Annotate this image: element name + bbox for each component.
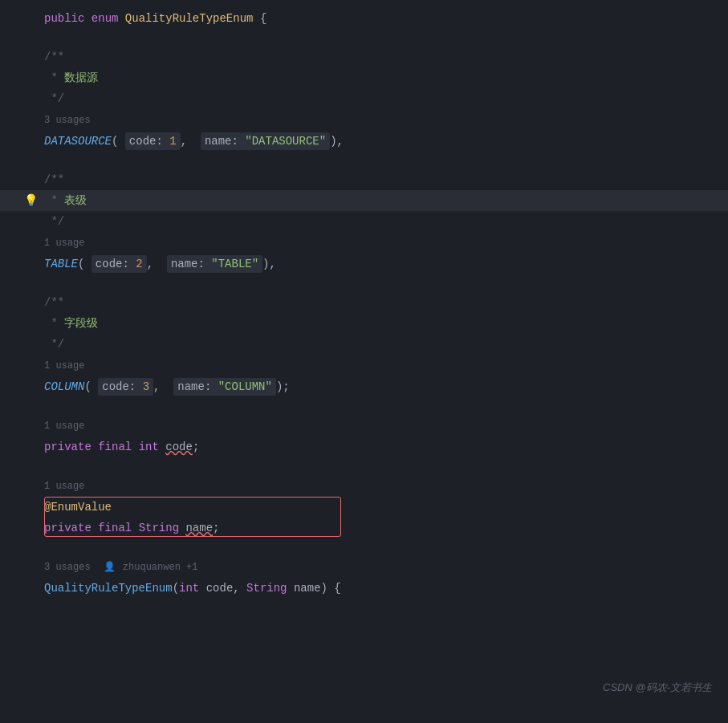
comment-chinese-datasource: * 数据源 (0, 69, 728, 87)
field-name: private final String name; (0, 519, 728, 537)
comment-close-2: */ (0, 213, 728, 230)
field-code: private final int code; (0, 438, 728, 456)
enum-column: COLUMN( code: 3, name: "COLUMN"); (0, 378, 728, 396)
red-box-container: @EnumValue private final String name; (0, 497, 728, 538)
code-line-comment3-end: */ (0, 334, 728, 355)
code-line-comment2-end: */ (0, 211, 728, 232)
usage-count-code: 1 usage (0, 416, 728, 435)
usage-count-table: 1 usage (0, 234, 728, 252)
code-line-column: COLUMN( code: 3, name: "COLUMN"); (0, 376, 728, 397)
comment-open: /** (0, 48, 728, 66)
code-line-blank-5 (0, 457, 728, 475)
code-line-datasource: DATASOURCE( code: 1, name: "DATASOURCE")… (0, 131, 728, 152)
code-line-usage-column: 1 usage (0, 355, 728, 376)
code-line-comment1-text: * 数据源 (0, 67, 728, 88)
code-line-usage-constructor: 3 usages 👤 zhuquanwen +1 (0, 556, 728, 578)
code-line-usage-datasource: 3 usages (0, 109, 728, 131)
comment-chinese-table: * 表级 (0, 192, 728, 209)
code-line-comment2-text: 💡 * 表级 (0, 190, 728, 211)
line-text: public enum QualityRuleTypeEnum { (0, 10, 728, 27)
code-line-comment3-start: /** (0, 292, 728, 313)
code-line-blank-4 (0, 397, 728, 415)
usage-count-constructor: 3 usages 👤 zhuquanwen +1 (0, 558, 728, 576)
enum-datasource: DATASOURCE( code: 1, name: "DATASOURCE")… (0, 132, 728, 150)
annotation-enumvalue: @EnumValue (0, 498, 728, 516)
code-line-blank-2 (0, 152, 728, 169)
watermark: CSDN @码农-文若书生 (603, 680, 712, 695)
code-line-constructor: QualityRuleTypeEnum(int code, String nam… (0, 578, 728, 599)
code-line-comment1-end: */ (0, 88, 728, 109)
code-line-code-field: private final int code; (0, 437, 728, 457)
comment-close-3: */ (0, 335, 728, 353)
code-line-1: public enum QualityRuleTypeEnum { (0, 8, 728, 29)
enum-table: TABLE( code: 2, name: "TABLE"), (0, 255, 728, 273)
comment-close-1: */ (0, 90, 728, 108)
usage-count-name: 1 usage (0, 477, 728, 495)
comment-chinese-column: * 字段级 (0, 315, 728, 332)
constructor-decl: QualityRuleTypeEnum(int code, String nam… (0, 579, 728, 597)
code-line-usage-name: 1 usage (0, 475, 728, 497)
code-line-comment2-start: /** (0, 169, 728, 190)
code-line-comment1-start: /** (0, 47, 728, 67)
code-line-blank-1 (0, 29, 728, 47)
code-line-name-field: private final String name; (0, 518, 728, 538)
bulb-icon: 💡 (24, 192, 38, 209)
code-line-annotation: @EnumValue (0, 497, 728, 518)
code-editor: public enum QualityRuleTypeEnum { /** * … (0, 0, 728, 723)
comment3-open: /** (0, 294, 728, 311)
code-line-comment3-text: * 字段级 (0, 313, 728, 334)
code-line-blank-3 (0, 274, 728, 292)
code-line-table: TABLE( code: 2, name: "TABLE"), (0, 254, 728, 274)
code-line-blank-6 (0, 538, 728, 556)
comment2-open: /** (0, 171, 728, 189)
usage-count-datasource: 3 usages (0, 111, 728, 129)
code-line-usage-table: 1 usage (0, 232, 728, 254)
usage-count-column: 1 usage (0, 356, 728, 375)
code-line-usage-code: 1 usage (0, 415, 728, 437)
